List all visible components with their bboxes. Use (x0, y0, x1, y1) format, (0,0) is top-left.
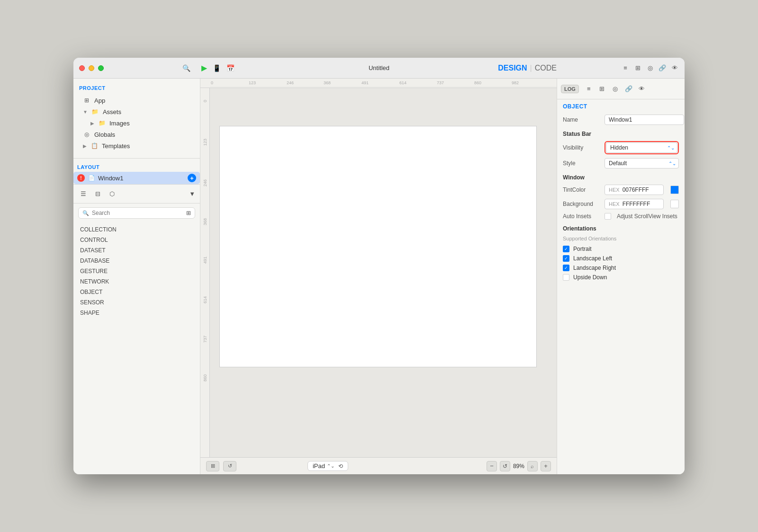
grid-icon[interactable]: ⊞ (633, 64, 642, 72)
zoom-in-button[interactable]: + (541, 461, 551, 471)
zoom-level: 89% (513, 463, 524, 470)
rp-grid-icon[interactable]: ⊞ (597, 84, 607, 94)
sidebar-item-images[interactable]: ▶ 📁 Images (79, 117, 194, 129)
main-content: PROJECT ⊞ App ▼ 📁 Assets ▶ 📁 Images ◎ (73, 79, 685, 474)
category-dataset[interactable]: DATASET (73, 245, 200, 256)
svg-text:860: 860 (474, 80, 481, 85)
background-color-input-wrapper[interactable]: HEX FFFFFFFF (605, 199, 664, 209)
titlebar: 🔍 ▶ 📱 📅 Untitled DESIGN | CODE ≡ ⊞ ◎ 🔗 👁 (73, 58, 685, 79)
main-window: 🔍 ▶ 📱 📅 Untitled DESIGN | CODE ≡ ⊞ ◎ 🔗 👁… (73, 58, 685, 474)
design-tab[interactable]: DESIGN (498, 64, 527, 72)
toolbar-actions: ▶ 📱 📅 (201, 63, 235, 72)
sidebar-item-app[interactable]: ⊞ App (79, 95, 194, 106)
window-title: Untitled (369, 64, 389, 71)
svg-text:0: 0 (211, 80, 213, 85)
device-selector[interactable]: iPad ⌃⌄ ⟲ (307, 461, 348, 471)
device-chevron-icon: ⌃⌄ (327, 463, 334, 469)
component-search-input[interactable] (92, 210, 183, 216)
titlebar-tools: ≡ ⊞ ◎ 🔗 👁 (621, 64, 679, 72)
sidebar-item-globals[interactable]: ◎ Globals (79, 129, 194, 140)
right-panel-toolbar: LOG ≡ ⊞ ◎ 🔗 👁 (557, 79, 685, 99)
background-color-swatch[interactable] (670, 200, 679, 208)
bottom-panel-toolbar: ☰ ⊟ ⬡ ▼ (73, 185, 200, 204)
sidebar-item-assets[interactable]: ▼ 📁 Assets (79, 106, 194, 117)
svg-text:737: 737 (437, 80, 444, 85)
style-select[interactable]: Default Light Dark (605, 158, 679, 168)
landscape-right-checkbox[interactable]: ✓ (563, 265, 569, 271)
run-button[interactable]: ▶ (201, 63, 207, 72)
style-row: Style Default Light Dark ⌃⌄ (557, 156, 685, 170)
svg-text:0: 0 (203, 100, 208, 102)
calendar-icon[interactable]: 📅 (226, 64, 235, 72)
zoom-search-button[interactable]: ⌕ (527, 461, 538, 471)
tint-color-input-wrapper[interactable]: HEX 0076FFFF (605, 185, 664, 195)
visibility-select[interactable]: Hidden Visible Default (606, 142, 677, 153)
rotate-icon[interactable]: ⟲ (338, 463, 343, 470)
grid-view-button[interactable]: ⊞ (186, 210, 191, 216)
category-collection[interactable]: COLLECTION (73, 224, 200, 235)
sidebar-item-templates[interactable]: ▶ 📋 Templates (79, 140, 194, 151)
category-object[interactable]: OBJECT (73, 287, 200, 297)
panel-collapse-button[interactable]: ▼ (189, 190, 195, 197)
name-input[interactable] (605, 115, 684, 125)
link-icon[interactable]: 🔗 (658, 64, 667, 72)
rp-link-icon[interactable]: 🔗 (623, 84, 634, 94)
auto-insets-checkbox[interactable] (605, 213, 611, 220)
style-select-wrapper: Default Light Dark ⌃⌄ (605, 158, 679, 168)
orientation-landscape-right: ✓ Landscape Right (563, 263, 679, 273)
svg-text:737: 737 (203, 336, 208, 343)
project-label: PROJECT (79, 85, 194, 91)
frame-button[interactable]: ⊞ (206, 461, 219, 471)
tint-color-swatch[interactable] (670, 186, 679, 194)
name-label: Name (563, 116, 601, 123)
background-hex-label: HEX (609, 201, 620, 207)
upside-down-label: Upside Down (573, 274, 607, 281)
assets-label: Assets (103, 108, 121, 115)
canvas-area: 0 123 246 368 491 614 737 860 982 (200, 79, 557, 474)
eye-icon[interactable]: 👁 (670, 64, 679, 72)
svg-text:246: 246 (287, 80, 294, 85)
rp-target-icon[interactable]: ◎ (610, 84, 621, 94)
zoom-out-button[interactable]: − (487, 461, 497, 471)
zoom-reset-button[interactable]: ↺ (500, 461, 510, 471)
svg-text:123: 123 (203, 139, 208, 146)
canvas-frame[interactable] (219, 126, 537, 367)
rp-eye-icon[interactable]: 👁 (637, 84, 647, 94)
tint-color-label: TintColor (563, 186, 601, 193)
svg-text:368: 368 (324, 80, 331, 85)
category-control[interactable]: CONTROL (73, 235, 200, 245)
category-database[interactable]: DATABASE (73, 256, 200, 266)
style-label: Style (563, 160, 601, 167)
canvas-viewport[interactable] (210, 88, 557, 457)
category-gesture[interactable]: GESTURE (73, 266, 200, 276)
minimize-button[interactable] (89, 65, 94, 71)
category-network[interactable]: NETWORK (73, 276, 200, 287)
images-label: Images (109, 120, 130, 127)
close-button[interactable] (79, 65, 85, 71)
component-search-bar[interactable]: 🔍 ⊞ (78, 207, 195, 219)
sidebar-item-window1[interactable]: ! 📄 Window1 + (73, 172, 200, 184)
upside-down-checkbox[interactable] (563, 274, 569, 281)
list-icon[interactable]: ≡ (621, 64, 630, 72)
rp-list-icon[interactable]: ≡ (584, 84, 594, 94)
svg-text:246: 246 (203, 179, 208, 186)
assets-icon: 📁 (91, 108, 99, 115)
add-window-button[interactable]: + (188, 174, 196, 182)
maximize-button[interactable] (98, 65, 104, 71)
panel-filter-icon[interactable]: ⊟ (92, 189, 103, 199)
templates-expand-icon: ▶ (83, 143, 87, 149)
category-sensor[interactable]: SENSOR (73, 297, 200, 308)
portrait-checkbox[interactable]: ✓ (563, 246, 569, 252)
log-button[interactable]: LOG (561, 85, 579, 93)
landscape-left-checkmark: ✓ (564, 256, 568, 261)
orientations-header: Orientations (557, 222, 685, 234)
panel-cube-icon[interactable]: ⬡ (107, 189, 117, 199)
device-icon[interactable]: 📱 (213, 64, 221, 72)
code-tab[interactable]: CODE (535, 64, 557, 72)
target-icon[interactable]: ◎ (646, 64, 654, 72)
panel-list-icon[interactable]: ☰ (78, 189, 89, 199)
category-shape[interactable]: SHAPE (73, 308, 200, 318)
search-icon[interactable]: 🔍 (182, 64, 190, 72)
refresh-button[interactable]: ↺ (223, 461, 236, 471)
landscape-left-checkbox[interactable]: ✓ (563, 255, 569, 262)
